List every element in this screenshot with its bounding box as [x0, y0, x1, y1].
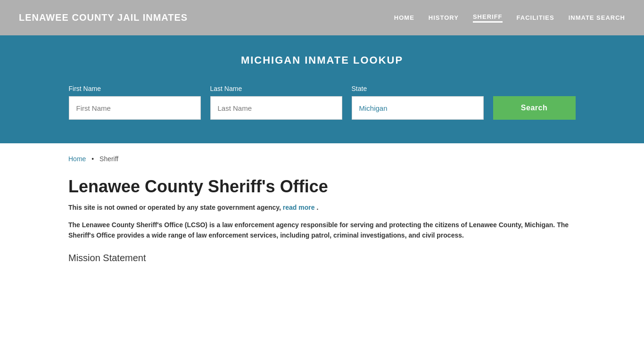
first-name-input[interactable] [69, 96, 201, 120]
main-nav: HOME HISTORY SHERIFF FACILITIES INMATE S… [394, 13, 625, 23]
main-content: Lenawee County Sheriff's Office This sit… [0, 167, 644, 282]
last-name-group: Last Name [210, 85, 342, 120]
nav-history[interactable]: HISTORY [429, 14, 459, 21]
search-section-title: MICHIGAN INMATE LOOKUP [9, 54, 635, 66]
state-group: State [352, 85, 484, 120]
last-name-label: Last Name [210, 85, 242, 92]
first-name-label: First Name [69, 85, 101, 92]
breadcrumb: Home • Sheriff [0, 143, 644, 167]
search-button[interactable]: Search [493, 96, 576, 120]
breadcrumb-home-link[interactable]: Home [68, 155, 86, 163]
first-name-group: First Name [69, 85, 201, 120]
page-title: Lenawee County Sheriff's Office [68, 177, 576, 197]
breadcrumb-current: Sheriff [99, 155, 118, 163]
read-more-link[interactable]: read more [283, 204, 315, 211]
mission-statement-heading: Mission Statement [68, 253, 576, 263]
state-input[interactable] [352, 96, 484, 120]
breadcrumb-separator: • [91, 155, 94, 163]
description-text: The Lenawee County Sheriff's Office (LCS… [68, 220, 576, 241]
disclaimer-end: . [316, 204, 318, 211]
header: LENAWEE COUNTY JAIL INMATES HOME HISTORY… [0, 0, 644, 35]
search-form: First Name Last Name State Search [63, 83, 581, 120]
nav-sheriff[interactable]: SHERIFF [473, 13, 503, 23]
nav-inmate-search[interactable]: INMATE SEARCH [569, 14, 625, 21]
state-label: State [352, 85, 367, 92]
site-logo[interactable]: LENAWEE COUNTY JAIL INMATES [19, 12, 188, 23]
nav-facilities[interactable]: FACILITIES [517, 14, 554, 21]
last-name-input[interactable] [210, 96, 342, 120]
disclaimer-static: This site is not owned or operated by an… [68, 204, 281, 211]
search-section: MICHIGAN INMATE LOOKUP First Name Last N… [0, 35, 644, 143]
nav-home[interactable]: HOME [394, 14, 414, 21]
disclaimer-text: This site is not owned or operated by an… [68, 204, 576, 211]
